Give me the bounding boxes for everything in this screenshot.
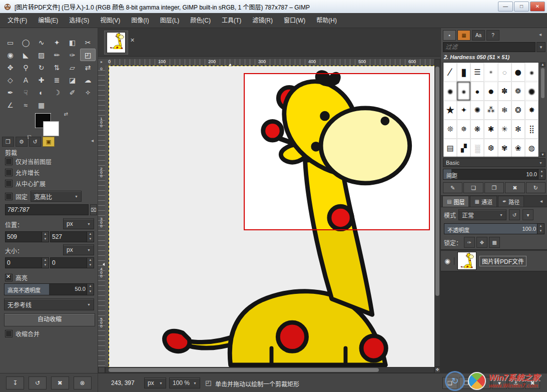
menu-item[interactable]: 文件(F) [2,13,33,28]
tool-ellipse-select[interactable]: ◯ [18,36,34,49]
tool-options-tab[interactable]: ❒ [2,137,14,147]
brush-asterisk[interactable]: ✱ [484,120,497,139]
layer-visibility-icon[interactable]: ◉ [441,257,454,265]
crop-selection-rectangle[interactable] [244,73,430,230]
menu-item[interactable]: 帮助(H) [311,13,342,28]
auto-shrink-button[interactable]: 自动收缩 [4,313,95,326]
tool-fuzzy-select[interactable]: ✦ [49,36,65,49]
highlight-opacity-stepper[interactable]: ▲▼ [87,284,94,295]
layers-dock-collapse-icon[interactable]: ◂ [540,198,542,204]
undo-history-tab[interactable]: ↺ [29,137,41,147]
tab-channels[interactable]: ▦ 通道 [470,196,496,207]
opacity-stepper[interactable]: ▲▼ [537,224,544,234]
swap-colors-icon[interactable]: ⇄ [64,111,68,117]
edit-brush-button[interactable]: ✎ [443,182,462,193]
horizontal-scrollbar[interactable] [105,367,434,373]
position-x-input[interactable] [6,233,42,240]
brush-sponge-2[interactable]: ✵ [457,120,470,139]
reset-tool-options-button[interactable]: ⊗ [74,376,92,389]
brush-texture[interactable]: ⣿ [525,120,538,139]
tool-scale[interactable]: ⇅ [49,61,65,74]
brush-bloom[interactable]: ❀ [511,139,525,157]
filter-chevron-icon[interactable]: ▼ [536,42,545,52]
brush-grain[interactable]: ░ [470,139,484,157]
brush-dock-collapse-icon[interactable]: ◂ [539,32,541,37]
tool-move[interactable]: ✥ [3,61,18,74]
tool-zoom[interactable]: ⚲ [18,61,34,74]
zoom-dropdown[interactable]: 100 % [169,377,200,388]
tool-select-by-color[interactable]: ◧ [65,36,80,49]
background-color-swatch[interactable] [43,121,59,136]
fonts-tab[interactable]: Aa [472,30,485,41]
brush-hardness-075[interactable]: ● [470,82,484,101]
brush-filter-input[interactable] [443,42,535,52]
brush-sponge-1[interactable]: ❊ [443,120,457,139]
size-width-input[interactable] [6,259,42,266]
tool-rotate[interactable]: ↻ [34,61,49,74]
menu-item[interactable]: 图层(L) [155,13,185,28]
tool-pencil[interactable]: ✏ [49,49,65,61]
menu-item[interactable]: 颜色(C) [185,13,216,28]
minimize-button[interactable]: — [498,2,513,12]
size-height-input[interactable] [51,259,87,266]
highlight-checkbox[interactable] [5,274,13,281]
tool-perspective[interactable]: ◇ [3,74,18,86]
vertical-scrollbar[interactable] [434,59,440,367]
shrink-merged-checkbox[interactable] [5,330,13,337]
brush-flower[interactable]: ❁ [511,82,525,101]
brush-burst[interactable]: ✺ [470,101,484,120]
ruler-corner[interactable]: ▸ [98,59,106,66]
tool-paths[interactable]: ✐ [65,86,80,99]
tool-clone[interactable]: ≣ [49,74,65,86]
menu-item[interactable]: 窗口(W) [278,13,311,28]
vertical-scrollbar-thumb[interactable] [435,67,439,296]
position-x-spinbox[interactable]: ▲▼ [5,231,49,242]
brush-noise[interactable]: ✳ [498,120,511,139]
brush-frost[interactable]: ❆ [484,139,497,157]
brush-vine[interactable]: ✽ [498,82,511,101]
brush-soft-dot[interactable]: ● [484,63,497,82]
brush-ring[interactable]: ◌ [498,63,511,82]
tool-cage-transform[interactable]: ▦ [34,99,49,111]
tool-color-picker[interactable]: ✧ [80,86,96,99]
tool-foreground-select[interactable]: ◉ [3,49,18,61]
close-button[interactable]: ✕ [530,2,545,12]
brush-petal[interactable]: ✾ [498,139,511,157]
horizontal-ruler[interactable]: 0100200300400500600 [105,59,434,66]
check-allow-growing[interactable] [5,169,13,176]
vertical-ruler[interactable]: 0100200300400500600700 [98,66,106,367]
images-tab[interactable]: ▣ [43,137,55,147]
layer-opacity-slider[interactable]: 不透明度 100.0 ▲▼ [444,223,544,234]
brush-tag-filter[interactable]: Basic [443,158,545,167]
brush-acrylic[interactable]: ∕ [443,63,457,82]
mode-reset-button[interactable]: ↺ [509,209,520,220]
spacing-stepper[interactable]: ▲▼ [538,169,545,179]
menu-item[interactable]: 选择(S) [64,13,95,28]
tool-text[interactable]: A [18,74,34,86]
tool-rectangle-select[interactable]: ▭ [3,36,18,49]
lock-alpha-button[interactable]: ▩ [489,237,500,248]
tool-warp[interactable]: ≈ [18,99,34,111]
tool-smudge[interactable]: ☟ [18,86,34,99]
aspect-ratio-dropdown[interactable]: 宽高比 [31,191,82,202]
horizontal-scrollbar-thumb[interactable] [109,368,379,372]
save-tool-preset-button[interactable]: ↧ [6,376,24,389]
menu-item[interactable]: 编辑(E) [33,13,64,28]
tool-ink[interactable]: ✒ [3,86,18,99]
layer-row[interactable]: ◉ 图片转PDF文件 [441,251,547,271]
brush-bristles[interactable]: ☰ [470,63,484,82]
tool-blur-sharpen[interactable]: ◐ [34,86,49,99]
brush-sponge-3[interactable]: ❋ [470,120,484,139]
canvas-viewport[interactable] [105,66,434,367]
position-unit-dropdown[interactable]: px [63,218,94,229]
brush-hardness-050[interactable]: ● [457,82,470,101]
clear-ratio-icon[interactable]: ⌧ [90,204,97,215]
brush-spacing-slider[interactable]: 间距 10.0 ▲▼ [443,169,545,180]
brush-soft-blob[interactable]: ● [525,63,538,82]
brush-spikes[interactable]: ✸ [525,101,538,120]
position-x-stepper[interactable]: ▲▼ [42,232,49,242]
tool-crop[interactable]: ◰ [80,49,96,61]
tab-layers[interactable]: ▤ 图层 [442,196,469,207]
new-brush-button[interactable]: ❏ [463,182,483,193]
aspect-ratio-input[interactable] [5,204,89,215]
